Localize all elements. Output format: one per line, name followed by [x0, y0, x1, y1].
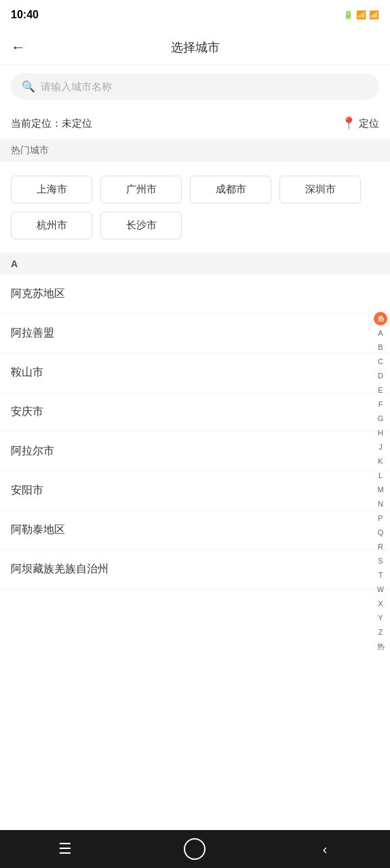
hot-city-button[interactable]: 杭州市: [11, 212, 92, 239]
alpha-index-item[interactable]: Z: [374, 625, 387, 639]
alpha-index-item[interactable]: M: [374, 483, 387, 496]
alpha-index-item[interactable]: Y: [374, 611, 387, 625]
header: ← 选择城市: [0, 30, 390, 65]
alpha-index-item[interactable]: 热: [374, 639, 387, 653]
alpha-index-item[interactable]: T: [374, 568, 387, 582]
alpha-sidebar: 热ABCDEFGHJKLMNPQRSTWXYZ热: [374, 312, 387, 653]
alpha-index-item[interactable]: G: [374, 412, 387, 425]
search-bar: 🔍: [0, 65, 390, 108]
back-nav-icon[interactable]: ‹: [309, 833, 341, 865]
hot-cities-section-header: 热门城市: [0, 139, 390, 162]
alpha-index-item[interactable]: F: [374, 397, 387, 411]
city-list-item[interactable]: 阿勒泰地区: [0, 511, 390, 550]
hot-cities-grid: 上海市广州市成都市深圳市杭州市长沙市: [0, 162, 390, 253]
search-icon: 🔍: [22, 80, 35, 93]
location-row: 当前定位：未定位 📍 定位: [0, 108, 390, 139]
location-button[interactable]: 📍 定位: [341, 116, 379, 131]
alpha-index-item[interactable]: Q: [374, 526, 387, 539]
back-button[interactable]: ←: [11, 39, 26, 56]
home-circle: [184, 838, 206, 860]
hot-city-button[interactable]: 成都市: [190, 176, 271, 203]
alpha-index-item[interactable]: D: [374, 369, 387, 382]
hot-city-button[interactable]: 上海市: [11, 176, 92, 203]
city-list-item[interactable]: 安阳市: [0, 471, 390, 511]
search-input-wrap: 🔍: [11, 73, 379, 100]
alpha-index-item[interactable]: 热: [374, 312, 387, 326]
alpha-index-item[interactable]: E: [374, 383, 387, 397]
city-list-item[interactable]: 阿拉尔市: [0, 432, 390, 471]
search-input[interactable]: [41, 81, 368, 92]
city-list-item[interactable]: 阿克苏地区: [0, 275, 390, 314]
alpha-index-item[interactable]: X: [374, 597, 387, 610]
bottom-nav: ☰ ‹: [0, 830, 390, 868]
city-list-item[interactable]: 阿拉善盟: [0, 314, 390, 353]
alpha-index-item[interactable]: A: [374, 326, 387, 340]
location-pin-icon: 📍: [341, 116, 356, 131]
status-time: 10:40: [11, 9, 39, 21]
city-list-item[interactable]: 鞍山市: [0, 353, 390, 393]
city-list-item[interactable]: 安庆市: [0, 393, 390, 432]
status-icons: 🔋 📶 📶: [343, 10, 379, 20]
hot-city-button[interactable]: 广州市: [100, 176, 182, 203]
page-title: 选择城市: [171, 39, 220, 56]
hot-city-button[interactable]: 深圳市: [279, 176, 361, 203]
alpha-index-item[interactable]: S: [374, 554, 387, 568]
location-status: 当前定位：未定位: [11, 117, 92, 130]
hot-city-button[interactable]: 长沙市: [100, 212, 182, 239]
alpha-index-item[interactable]: W: [374, 583, 387, 596]
location-btn-label: 定位: [359, 117, 379, 130]
alpha-index-item[interactable]: C: [374, 355, 387, 368]
home-icon[interactable]: [178, 833, 211, 865]
alpha-index-item[interactable]: J: [374, 440, 387, 454]
alpha-index-item[interactable]: R: [374, 540, 387, 553]
city-list: A阿克苏地区阿拉善盟鞍山市安庆市阿拉尔市安阳市阿勒泰地区阿坝藏族羌族自治州: [0, 253, 390, 589]
alpha-index-item[interactable]: H: [374, 426, 387, 439]
alpha-index-item[interactable]: P: [374, 511, 387, 525]
alpha-index-item[interactable]: N: [374, 497, 387, 511]
city-list-item[interactable]: 阿坝藏族羌族自治州: [0, 550, 390, 589]
alpha-index-item[interactable]: B: [374, 340, 387, 354]
menu-icon[interactable]: ☰: [49, 833, 81, 865]
status-bar: 10:40 🔋 📶 📶: [0, 0, 390, 30]
alpha-section-header: A: [0, 253, 390, 275]
alpha-index-item[interactable]: K: [374, 454, 387, 468]
alpha-index-item[interactable]: L: [374, 469, 387, 482]
